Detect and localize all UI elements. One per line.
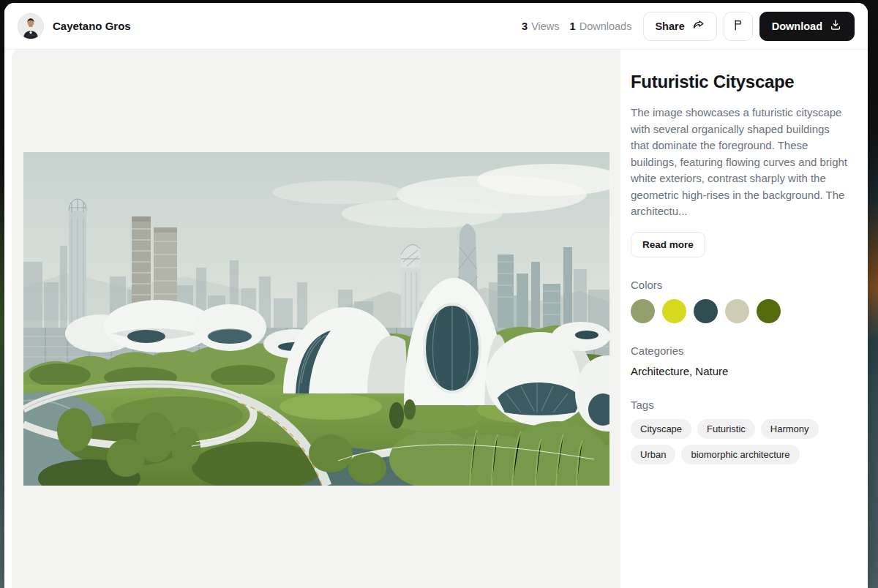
share-button[interactable]: Share xyxy=(643,12,716,41)
image-title: Futuristic Cityscape xyxy=(631,72,850,92)
download-icon xyxy=(829,18,842,34)
image-viewer-panel xyxy=(12,50,620,588)
share-icon xyxy=(691,18,705,34)
tag-chip[interactable]: biomorphic architecture xyxy=(681,445,799,464)
avatar xyxy=(18,13,44,39)
image-stats: 3 Views 1 Downloads xyxy=(522,20,631,32)
uploader-name: Cayetano Gros xyxy=(53,20,131,32)
views-label: Views xyxy=(531,20,559,32)
views-stat: 3 Views xyxy=(522,20,560,32)
flag-icon xyxy=(732,18,745,34)
color-swatch[interactable] xyxy=(662,299,686,323)
details-sidebar: Futuristic Cityscape The image showcases… xyxy=(620,50,868,588)
share-button-label: Share xyxy=(655,20,684,32)
downloads-stat: 1 Downloads xyxy=(570,20,632,32)
downloads-label: Downloads xyxy=(579,20,632,32)
uploader-profile[interactable]: Cayetano Gros xyxy=(18,13,131,39)
image-description: The image showcases a futuristic citysca… xyxy=(631,105,850,220)
tags-list: CityscapeFuturisticHarmonyUrbanbiomorphi… xyxy=(631,419,850,464)
tag-chip[interactable]: Futuristic xyxy=(697,419,755,439)
read-more-button[interactable]: Read more xyxy=(631,232,705,257)
categories-label: Categories xyxy=(631,344,850,357)
colors-list xyxy=(631,299,850,323)
color-swatch[interactable] xyxy=(631,299,655,323)
flag-report-button[interactable] xyxy=(724,12,753,41)
color-swatch[interactable] xyxy=(694,299,718,323)
color-swatch[interactable] xyxy=(725,299,749,323)
tag-chip[interactable]: Urban xyxy=(631,445,675,464)
color-swatch[interactable] xyxy=(757,299,781,323)
header-bar: Cayetano Gros 3 Views 1 Downloads Share xyxy=(4,3,868,50)
image-detail-modal: Cayetano Gros 3 Views 1 Downloads Share xyxy=(4,3,868,588)
tag-chip[interactable]: Cityscape xyxy=(631,419,691,439)
categories-value[interactable]: Architecture, Nature xyxy=(631,365,850,377)
download-button-label: Download xyxy=(772,20,822,32)
downloads-count: 1 xyxy=(570,20,576,32)
tag-chip[interactable]: Harmony xyxy=(761,419,819,439)
tags-label: Tags xyxy=(631,399,850,411)
views-count: 3 xyxy=(522,20,528,32)
hero-image[interactable] xyxy=(23,152,609,486)
backdrop-right xyxy=(867,0,878,588)
download-button[interactable]: Download xyxy=(759,12,855,41)
colors-label: Colors xyxy=(631,279,850,291)
